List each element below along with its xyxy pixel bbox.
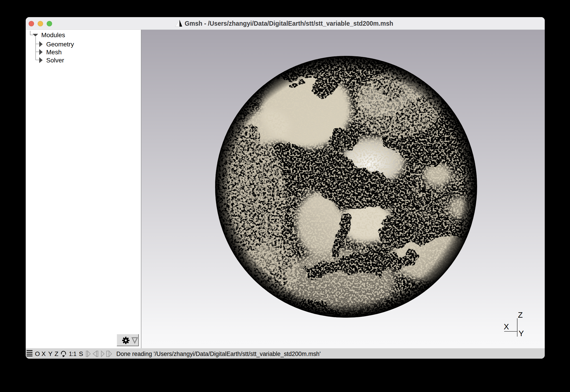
svg-text:Y: Y (519, 329, 524, 338)
svg-text:Geometry: Geometry (46, 41, 74, 48)
svg-text:Y: Y (48, 350, 53, 357)
svg-text:Done reading '/Users/zhangyi/D: Done reading '/Users/zhangyi/Data/Digita… (116, 350, 321, 357)
svg-text:Z: Z (55, 350, 58, 357)
svg-text:S: S (79, 350, 83, 357)
svg-text:Z: Z (518, 310, 523, 319)
svg-text:Modules: Modules (41, 31, 65, 39)
svg-text:Mesh: Mesh (46, 49, 61, 56)
svg-text:X: X (42, 350, 46, 357)
svg-text:Solver: Solver (46, 57, 64, 64)
svg-text:Gmsh - /Users/zhangyi/Data/Dig: Gmsh - /Users/zhangyi/Data/DigitalEarth/… (185, 20, 393, 27)
svg-text:X: X (504, 322, 509, 331)
svg-text:1:1: 1:1 (69, 350, 76, 357)
svg-text:O: O (35, 350, 40, 357)
